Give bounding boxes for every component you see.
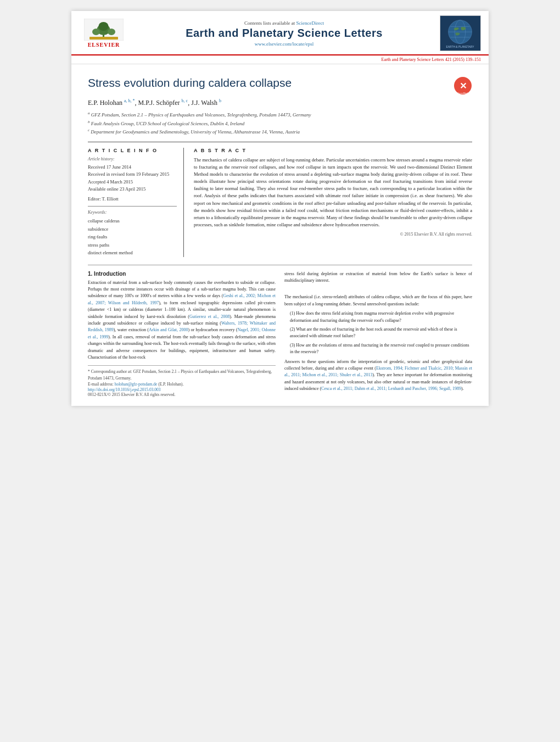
article-info-abstract-cols: A R T I C L E I N F O Article history: R… bbox=[88, 142, 472, 257]
journal-header: ELSEVIER Contents lists available at Sci… bbox=[71, 11, 489, 55]
header-center: Contents lists available at ScienceDirec… bbox=[128, 20, 440, 47]
affiliation-a: a GFZ Potsdam, Section 2.1 – Physics of … bbox=[88, 110, 472, 119]
journal-url[interactable]: www.elsevier.com/locate/epsl bbox=[134, 41, 434, 47]
section1-col2-para2: The mechanical (i.e. stress-related) att… bbox=[284, 294, 472, 308]
abstract-heading: A B S T R A C T bbox=[194, 148, 472, 153]
revised-date: Received in revised form 19 February 201… bbox=[88, 171, 177, 178]
editor-line: Editor: T. Elliott bbox=[88, 196, 177, 203]
affiliation-c: c Department for Geodynamics and Sedimen… bbox=[88, 127, 472, 136]
section1-title: 1. Introduction bbox=[88, 271, 276, 277]
keyword-1: collapse calderas bbox=[88, 217, 177, 225]
enumerated-questions: (1) How does the stress field arising fr… bbox=[290, 310, 472, 355]
enum-item-1: (1) How does the stress field arising fr… bbox=[290, 310, 472, 324]
keywords-label: Keywords: bbox=[88, 210, 177, 215]
abstract-text: The mechanics of caldera collapse are su… bbox=[194, 157, 472, 229]
body-columns: 1. Introduction Extraction of material f… bbox=[88, 271, 472, 397]
keyword-4: stress paths bbox=[88, 241, 177, 249]
academic-paper-page: ELSEVIER Contents lists available at Sci… bbox=[71, 11, 489, 406]
sciencedirect-link[interactable]: ScienceDirect bbox=[296, 20, 324, 26]
footnote-email-link[interactable]: holohan@gfz-potsdam.de bbox=[115, 382, 158, 387]
author3: J.J. Walsh b bbox=[191, 99, 221, 107]
svg-point-4 bbox=[108, 29, 115, 35]
elsevier-label: ELSEVIER bbox=[88, 42, 120, 48]
accepted-date: Accepted 4 March 2015 bbox=[88, 178, 177, 186]
citation-bar: Earth and Planetary Science Letters 421 … bbox=[71, 55, 489, 64]
affiliation-b: b Fault Analysis Group, UCD School of Ge… bbox=[88, 119, 472, 128]
history-label: Article history: bbox=[88, 157, 177, 161]
svg-text:✕: ✕ bbox=[460, 81, 467, 91]
copyright: © 2015 Elsevier B.V. All rights reserved… bbox=[194, 232, 472, 237]
keyword-5: distinct element method bbox=[88, 249, 177, 256]
keyword-2: subsidence bbox=[88, 225, 177, 233]
body-col-left: 1. Introduction Extraction of material f… bbox=[88, 271, 276, 397]
footnote-area: * Corresponding author at: GFZ Potsdam, … bbox=[88, 365, 276, 397]
enum-item-3: (3) How are the evolutions of stress and… bbox=[290, 342, 472, 356]
article-info-column: A R T I C L E I N F O Article history: R… bbox=[88, 148, 184, 257]
available-date: Available online 23 April 2015 bbox=[88, 186, 177, 193]
elsevier-logo: ELSEVIER bbox=[79, 19, 128, 48]
svg-text:EARTH & PLANETARY: EARTH & PLANETARY bbox=[446, 46, 475, 48]
svg-point-3 bbox=[92, 29, 100, 35]
keyword-3: ring-faults bbox=[88, 233, 177, 241]
body-col-right: stress field during depletion or extract… bbox=[284, 271, 472, 397]
article-info-heading: A R T I C L E I N F O bbox=[88, 148, 177, 153]
enum-item-2: (2) What are the modes of fracturing in … bbox=[290, 326, 472, 340]
article-title-row: Stress evolution during caldera collapse… bbox=[88, 76, 472, 95]
section-divider bbox=[88, 265, 472, 265]
elsevier-tree-icon bbox=[84, 19, 124, 41]
footnote-email: E-mail address: holohan@gfz-potsdam.de (… bbox=[88, 381, 276, 387]
svg-rect-6 bbox=[89, 37, 118, 40]
svg-point-5 bbox=[99, 22, 109, 31]
authors-line: E.P. Holohan a, b, *, M.P.J. Schöpfer b,… bbox=[88, 98, 472, 107]
article-title: Stress evolution during caldera collapse bbox=[88, 76, 448, 90]
article-area: Stress evolution during caldera collapse… bbox=[71, 64, 489, 406]
keywords-block: Keywords: collapse calderas subsidence r… bbox=[88, 210, 177, 256]
issn-line: 0012-821X/© 2015 Elsevier B.V. All right… bbox=[88, 392, 276, 397]
abstract-column: A B S T R A C T The mechanics of caldera… bbox=[194, 148, 472, 257]
crossmark-icon: ✕ CrossMark bbox=[453, 76, 472, 95]
affiliations: a GFZ Potsdam, Section 2.1 – Physics of … bbox=[88, 110, 472, 136]
section1-col1-para1: Extraction of material from a sub-surfac… bbox=[88, 280, 276, 361]
footnote-corresponding: * Corresponding author at: GFZ Potsdam, … bbox=[88, 369, 276, 381]
section1-col2-para3: Answers to these questions inform the in… bbox=[284, 359, 472, 393]
received-date: Received 17 June 2014 bbox=[88, 164, 177, 171]
section1-col2-para1: stress field during depletion or extract… bbox=[284, 271, 472, 284]
svg-text:CrossMark: CrossMark bbox=[457, 92, 468, 94]
author2: M.P.J. Schöpfer b, c bbox=[138, 99, 188, 107]
journal-title: Earth and Planetary Science Letters bbox=[134, 27, 434, 40]
doi-link[interactable]: http://dx.doi.org/10.1016/j.epsl.2015.03… bbox=[88, 387, 276, 392]
contents-line: Contents lists available at ScienceDirec… bbox=[134, 20, 434, 26]
earth-logo: EARTH & PLANETARY bbox=[440, 15, 481, 51]
author1: E.P. Holohan a, b, * bbox=[88, 99, 135, 107]
